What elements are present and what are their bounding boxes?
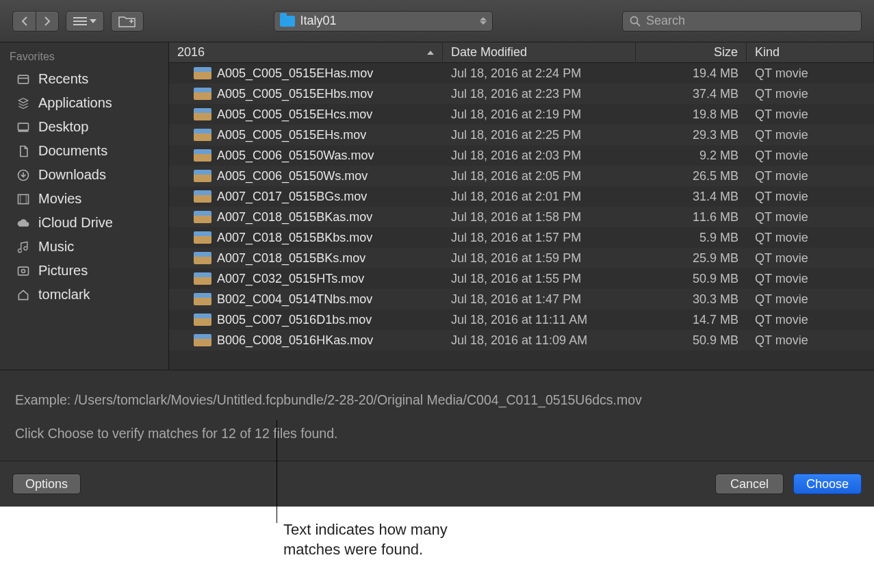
movie-thumb-icon bbox=[194, 108, 211, 120]
file-row[interactable]: A007_C018_0515BKbs.movJul 18, 2016 at 1:… bbox=[169, 227, 874, 248]
movie-thumb-icon bbox=[194, 293, 211, 305]
sidebar-item-documents[interactable]: Documents bbox=[0, 139, 168, 163]
home-icon bbox=[15, 288, 31, 302]
file-size: 31.4 MB bbox=[636, 190, 747, 204]
sidebar-item-label: Music bbox=[38, 239, 74, 255]
new-folder-button[interactable] bbox=[111, 11, 144, 31]
file-name: A005_C006_05150Was.mov bbox=[217, 149, 374, 163]
sidebar-item-pictures[interactable]: Pictures bbox=[0, 259, 168, 283]
file-row[interactable]: A007_C018_0515BKs.movJul 18, 2016 at 1:5… bbox=[169, 248, 874, 268]
sidebar-item-label: Applications bbox=[38, 95, 112, 111]
recents-icon bbox=[15, 73, 31, 86]
sidebar-item-label: tomclark bbox=[38, 287, 90, 303]
movies-icon bbox=[15, 192, 31, 206]
sidebar-item-music[interactable]: Music bbox=[0, 235, 168, 259]
movie-thumb-icon bbox=[194, 272, 211, 285]
sidebar-item-label: Desktop bbox=[38, 119, 88, 135]
sidebar-item-icloud[interactable]: iCloud Drive bbox=[0, 211, 168, 235]
file-date: Jul 18, 2016 at 11:09 AM bbox=[443, 333, 636, 348]
column-header: 2016 Date Modified Size Kind bbox=[169, 42, 874, 63]
search-field[interactable]: Search bbox=[622, 11, 862, 31]
movie-thumb-icon bbox=[194, 211, 211, 223]
svg-rect-5 bbox=[18, 75, 29, 84]
back-button[interactable] bbox=[12, 11, 36, 31]
file-name: A005_C005_0515EHas.mov bbox=[217, 66, 373, 81]
sidebar-section-label: Favorites bbox=[0, 48, 168, 67]
sidebar-item-label: Movies bbox=[38, 191, 81, 207]
file-size: 25.9 MB bbox=[636, 251, 747, 266]
file-size: 50.9 MB bbox=[636, 272, 747, 286]
file-size: 29.3 MB bbox=[636, 128, 747, 142]
path-popup[interactable]: Italy01 bbox=[274, 11, 493, 31]
file-name: A007_C018_0515BKas.mov bbox=[217, 210, 372, 225]
sidebar-item-desktop[interactable]: Desktop bbox=[0, 115, 168, 139]
file-row[interactable]: A005_C005_0515EHs.movJul 18, 2016 at 2:2… bbox=[169, 125, 874, 145]
file-kind: QT movie bbox=[747, 87, 874, 101]
file-row[interactable]: A005_C005_0515EHcs.movJul 18, 2016 at 2:… bbox=[169, 104, 874, 125]
svg-rect-2 bbox=[73, 24, 87, 25]
downloads-icon bbox=[15, 168, 31, 182]
sidebar-item-home[interactable]: tomclark bbox=[0, 283, 168, 307]
file-name: A005_C005_0515EHbs.mov bbox=[217, 87, 373, 101]
sidebar-item-downloads[interactable]: Downloads bbox=[0, 163, 168, 187]
file-date: Jul 18, 2016 at 2:19 PM bbox=[443, 107, 636, 122]
movie-thumb-icon bbox=[194, 67, 211, 79]
sidebar: Favorites RecentsApplicationsDesktopDocu… bbox=[0, 42, 169, 370]
file-row[interactable]: A005_C005_0515EHbs.movJul 18, 2016 at 2:… bbox=[169, 84, 874, 104]
file-chooser-window: Italy01 Search Favorites RecentsApplicat… bbox=[0, 0, 874, 507]
column-date[interactable]: Date Modified bbox=[443, 42, 636, 62]
options-button[interactable]: Options bbox=[12, 474, 81, 494]
column-kind[interactable]: Kind bbox=[747, 42, 874, 62]
file-date: Jul 18, 2016 at 2:05 PM bbox=[443, 169, 636, 183]
updown-icon bbox=[480, 17, 487, 25]
svg-point-14 bbox=[22, 269, 25, 272]
svg-rect-0 bbox=[73, 17, 87, 18]
example-path: Example: /Users/tomclark/Movies/Untitled… bbox=[15, 389, 859, 411]
movie-thumb-icon bbox=[194, 170, 211, 182]
path-label: Italy01 bbox=[300, 14, 337, 28]
column-name[interactable]: 2016 bbox=[169, 42, 443, 62]
movie-thumb-icon bbox=[194, 334, 211, 346]
sidebar-item-label: Recents bbox=[38, 71, 88, 87]
file-kind: QT movie bbox=[747, 128, 874, 142]
file-size: 50.9 MB bbox=[636, 333, 747, 348]
cancel-button[interactable]: Cancel bbox=[715, 474, 784, 494]
desktop-icon bbox=[15, 120, 31, 134]
sidebar-item-label: Pictures bbox=[38, 263, 88, 279]
file-row[interactable]: A007_C018_0515BKas.movJul 18, 2016 at 1:… bbox=[169, 207, 874, 227]
file-row[interactable]: A005_C006_05150Was.movJul 18, 2016 at 2:… bbox=[169, 145, 874, 166]
sidebar-item-label: iCloud Drive bbox=[38, 215, 113, 231]
nav-buttons bbox=[12, 11, 59, 31]
file-row[interactable]: A005_C006_05150Ws.movJul 18, 2016 at 2:0… bbox=[169, 166, 874, 186]
file-kind: QT movie bbox=[747, 251, 874, 266]
callout-line bbox=[277, 420, 277, 523]
file-kind: QT movie bbox=[747, 292, 874, 307]
file-date: Jul 18, 2016 at 2:23 PM bbox=[443, 87, 636, 101]
movie-thumb-icon bbox=[194, 190, 211, 203]
file-name: A005_C005_0515EHcs.mov bbox=[217, 107, 372, 122]
svg-point-3 bbox=[631, 16, 638, 23]
file-name: A007_C017_0515BGs.mov bbox=[217, 190, 367, 204]
file-row[interactable]: B002_C004_0514TNbs.movJul 18, 2016 at 1:… bbox=[169, 289, 874, 309]
sidebar-item-movies[interactable]: Movies bbox=[0, 187, 168, 211]
file-row[interactable]: A005_C005_0515EHas.movJul 18, 2016 at 2:… bbox=[169, 63, 874, 84]
view-mode-button[interactable] bbox=[66, 11, 104, 31]
file-size: 14.7 MB bbox=[636, 313, 747, 327]
file-row[interactable]: A007_C032_0515HTs.movJul 18, 2016 at 1:5… bbox=[169, 268, 874, 289]
file-row[interactable]: A007_C017_0515BGs.movJul 18, 2016 at 2:0… bbox=[169, 186, 874, 207]
column-size[interactable]: Size bbox=[636, 42, 747, 62]
file-kind: QT movie bbox=[747, 149, 874, 163]
file-row[interactable]: B006_C008_0516HKas.movJul 18, 2016 at 11… bbox=[169, 330, 874, 350]
file-size: 26.5 MB bbox=[636, 169, 747, 183]
annotation: Text indicates how manymatches were foun… bbox=[0, 507, 874, 574]
sidebar-item-apps[interactable]: Applications bbox=[0, 91, 168, 115]
sidebar-item-recents[interactable]: Recents bbox=[0, 67, 168, 91]
file-size: 11.6 MB bbox=[636, 210, 747, 225]
music-icon bbox=[15, 240, 31, 254]
file-row[interactable]: B005_C007_0516D1bs.movJul 18, 2016 at 11… bbox=[169, 309, 874, 330]
forward-button[interactable] bbox=[36, 11, 59, 31]
movie-thumb-icon bbox=[194, 149, 211, 162]
file-date: Jul 18, 2016 at 2:01 PM bbox=[443, 190, 636, 204]
choose-button[interactable]: Choose bbox=[793, 474, 862, 494]
file-date: Jul 18, 2016 at 1:58 PM bbox=[443, 210, 636, 225]
